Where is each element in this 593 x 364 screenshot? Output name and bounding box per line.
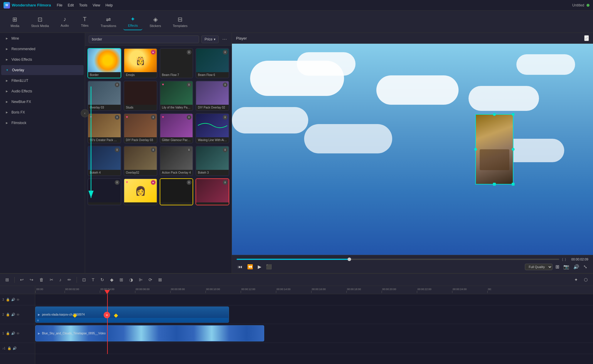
group-button[interactable]: ⊠ [156,276,164,284]
clip-sky[interactable]: ▶ Blue_Sky_and_Clouds_Timelapse_0895__Vi… [35,325,264,341]
audio-btn2[interactable]: ⊫ [137,276,144,284]
panel-collapse-button[interactable]: ‹ [81,109,89,117]
effect-card-dark6[interactable]: ⬇ [160,178,193,205]
sidebar-item-filmstock[interactable]: ▶ Filmstock [1,118,84,128]
effect-card-glitter[interactable]: ♥ ⬇ Glitter Glamour Pack ... [160,113,193,143]
sidebar-item-mine[interactable]: ▶ Mine [1,33,84,43]
sync-button[interactable]: ⟳ [147,276,154,284]
fullscreen-button[interactable]: ⤡ [582,263,588,271]
snapshot-button[interactable]: 📷 [562,263,570,271]
effect-card-creator[interactable]: ♥ ⬇ 90's Creator Pack Ove... [87,113,121,143]
crop-button[interactable]: ⊡ [80,276,88,284]
handle-top-center[interactable] [493,113,496,116]
toolbar-titles[interactable]: T Titles [76,13,94,30]
menu-tools[interactable]: Tools [79,3,87,7]
effect-card-border[interactable]: Border [87,48,121,78]
progress-thumb[interactable] [348,258,351,261]
toolbar-effects[interactable]: ✦ Effects [123,13,142,30]
effect-card-dark5[interactable]: ⬇ [87,178,121,205]
handle-mid-right[interactable] [512,148,515,151]
playhead[interactable]: ✕ [107,294,108,354]
track3-mute-button[interactable]: 🔊 [11,298,15,302]
preview-frame[interactable] [475,114,513,184]
ruler-tick-11 [417,291,417,293]
handle-bottom-center[interactable] [493,183,496,186]
effect-card-diy3[interactable]: ♥ ⬇ DIY Pack Overlay 03 [124,113,157,143]
effect-card-beam-flow-6[interactable]: ⬇ Beam Flow 6 [196,48,229,78]
delete-button[interactable]: 🗑 [38,276,46,283]
add-track-button[interactable]: ⊞ [4,276,11,284]
toolbar-stock-media[interactable]: ⊡ Stock Media [26,13,54,30]
more-options-button[interactable]: ⋯ [221,35,228,43]
sidebar-item-boris-fx[interactable]: ▶ Boris FX [1,107,84,117]
toolbar-transitions-label: Transitions [101,24,116,28]
effect-card-diy2[interactable]: ⬇ DIY Pack Overlay 02 [196,81,229,111]
toolbar-templates-label: Templates [173,24,188,28]
skip-back-button[interactable]: ⏮ [237,263,244,271]
redo-button[interactable]: ↪ [28,276,35,284]
sidebar-item-filter-lut[interactable]: ▶ Filter&LUT [1,76,84,86]
toolbar-audio[interactable]: ♪ Audio [56,13,74,30]
shield-button[interactable]: ⬡ [582,276,589,284]
toolbar-transitions[interactable]: ⇌ Transitions [96,13,121,30]
step-back-button[interactable]: ⏪ [246,263,254,271]
silence-button[interactable]: ♪ [58,276,63,283]
search-input[interactable] [89,35,199,43]
track3-lock-button[interactable]: 🔒 [6,298,10,302]
sidebar-item-overlay[interactable]: ▼ Overlay [1,65,84,75]
pen-button[interactable]: ✏ [66,276,73,284]
effect-card-beam-flow-7[interactable]: ⬇ Beam Flow 7 [160,48,193,78]
undo-button[interactable]: ↩ [18,276,26,284]
menu-view[interactable]: View [92,3,100,7]
settings-button[interactable]: ✦ [572,276,580,284]
handle-bottom-right[interactable] [512,183,515,186]
sidebar-item-audio-effects[interactable]: ▶ Audio Effects [1,86,84,96]
sidebar-item-recommended[interactable]: ▶ Recommended [1,44,84,54]
menu-edit[interactable]: Edit [68,3,74,7]
progress-track[interactable] [237,259,559,260]
track3-eye-button[interactable]: 👁 [16,298,20,302]
stop-button[interactable]: ⬛ [265,263,273,271]
effect-card-pink[interactable]: ⬇ [196,178,229,205]
rotate-button[interactable]: ↻ [99,276,106,284]
color-button[interactable]: ◑ [127,276,135,284]
handle-top-right[interactable] [512,113,515,116]
bracket-out-icon: } [565,258,566,261]
effect-card-bokeh4[interactable]: ⬇ Bokeh 4 [87,146,121,176]
track1-eye-button[interactable]: 👁 [16,331,20,335]
display-mode-button[interactable]: ⊞ [554,263,560,271]
play-button[interactable]: ▶ [257,263,262,271]
sidebar-item-video-effects[interactable]: ▶ Video Effects [1,55,84,65]
menu-file[interactable]: File [57,3,62,7]
effect-card-overlay03[interactable]: ⬇ Overlay 03 [87,81,121,111]
effect-card-studs[interactable]: Studs [124,81,157,111]
tracka1-mute-button[interactable]: 🔊 [13,346,17,350]
track1-mute-button[interactable]: 🔊 [11,331,15,335]
quality-selector[interactable]: Full Quality 1/2 Quality 1/4 Quality [525,264,552,270]
track2-lock-button[interactable]: 🔒 [6,313,10,316]
text-button[interactable]: T [90,276,96,283]
effect-card-lily[interactable]: ♥ ⬇ Lily of the Valley Pack... [160,81,193,111]
fit-button[interactable]: ⊞ [118,276,125,284]
effect-card-bokeh3[interactable]: ⬇ Bokeh 3 [196,146,229,176]
handle-mid-left[interactable] [474,148,477,151]
price-filter-button[interactable]: Price ▾ [201,35,219,43]
tracka1-lock-button[interactable]: 🔒 [7,346,11,350]
sidebar-item-newblue-fx[interactable]: ▶ NewBlue FX [1,97,84,107]
player-expand-button[interactable]: ⤢ [584,35,589,41]
toolbar-templates[interactable]: ⊟ Templates [168,13,192,30]
track1-lock-button[interactable]: 🔒 [6,331,10,335]
effect-card-emojis[interactable]: 👸 ● Emojis [124,48,157,78]
keyframe-button[interactable]: ◆ [108,276,115,284]
toolbar-stickers[interactable]: ◈ Stickers [145,13,166,30]
effect-card-waving[interactable]: ⬇ Waving Line With Ai P... [196,113,229,143]
effect-card-sunglasses[interactable]: 👩 ♥ ● [124,178,157,205]
track2-mute-button[interactable]: 🔊 [11,313,15,316]
volume-button[interactable]: 🔊 [572,263,580,271]
effect-card-action[interactable]: ⬇ Action Pack Overlay 4 [160,146,193,176]
cut-button[interactable]: ✂ [48,276,55,284]
track2-eye-button[interactable]: 👁 [16,313,20,316]
menu-help[interactable]: Help [105,3,113,7]
toolbar-media[interactable]: ⊞ Media [6,13,24,30]
effect-card-overlay02[interactable]: ⬇ Overlay02 [124,146,157,176]
